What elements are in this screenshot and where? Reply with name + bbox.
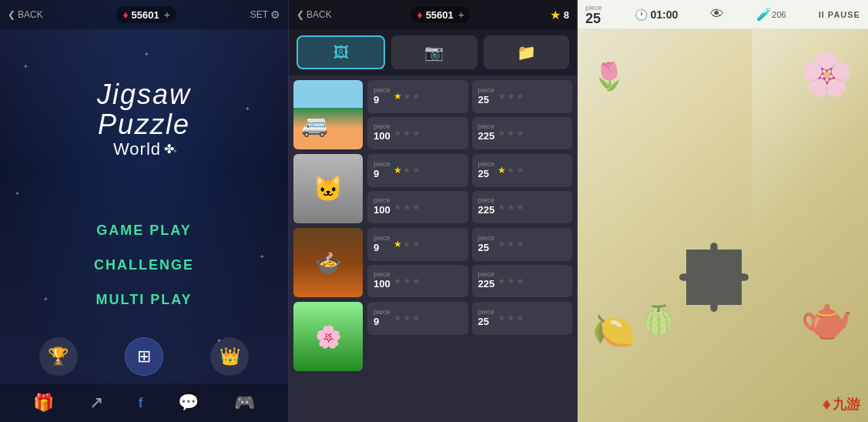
puzzle-piece-svg-container (679, 243, 741, 304)
flower-25-piece-button[interactable]: piece 25 ★ ★ ★ (472, 302, 573, 335)
tab-folder-button[interactable]: 📁 (484, 35, 569, 69)
food-25-piece-button[interactable]: piece 25 ★ ★ ★ (472, 228, 573, 261)
active-puzzle-panel: piece 25 🕐 01:00 👁 🧪 206 II PAUSE 🌸 🌷 🫖 … (578, 0, 868, 422)
view-button[interactable]: 👁 (710, 6, 724, 22)
star3: ★ (412, 202, 421, 213)
logo-area: Jigsaw Puzzle World ✤ (0, 29, 288, 209)
cat-puzzle-row: 🐱 piece 9 ★ ★ ★ piece 25 (293, 154, 572, 223)
gems-count: 55601 (132, 9, 159, 21)
folder-icon: 📁 (517, 43, 536, 62)
star3: ★ (412, 165, 421, 176)
cat-thumbnail[interactable]: 🐱 (293, 154, 363, 223)
star1: ★ (394, 276, 402, 286)
timer-text: 01:00 (651, 8, 679, 21)
food-thumbnail[interactable]: 🍲 (293, 228, 363, 297)
gamepad-icon: 🎮 (234, 393, 255, 412)
star1: ★ (498, 202, 506, 213)
food-100-piece-button[interactable]: piece 100 ★ ★ ★ (367, 265, 468, 298)
cat-225-piece-button[interactable]: piece 225 ★ ★ ★ (472, 191, 573, 224)
share-button[interactable]: ↗ (89, 393, 103, 413)
beach-9-piece-button[interactable]: piece 9 ★ ★ ★ (367, 80, 468, 113)
beach-puzzle-row: piece 9 ★ ★ ★ piece 25 ★ (293, 80, 572, 149)
star2: ★ (403, 91, 411, 102)
star2: ★ (507, 128, 515, 139)
star-icon: ★ (550, 8, 561, 22)
eye-icon: 👁 (710, 6, 724, 22)
clock-icon: 🕐 (635, 8, 648, 21)
star2: ★ (507, 91, 515, 102)
cat-25-piece-button[interactable]: piece 25 ★ ★ ★ (472, 154, 573, 187)
set-label: SET (250, 9, 268, 20)
star2: ★ (403, 165, 411, 176)
back-label: BACK (18, 9, 43, 20)
watermark: ♦ 九游 (823, 394, 860, 414)
star1: ★ (498, 276, 506, 286)
back-button[interactable]: ❮ BACK (8, 9, 43, 20)
star3: ★ (516, 128, 524, 139)
cat-100-piece-button[interactable]: piece 100 ★ ★ ★ (367, 191, 468, 224)
panel2-header: ❮ BACK ♦ 55601 + ★ 8 (289, 0, 577, 29)
chevron-left-icon: ❮ (297, 9, 304, 20)
game-play-button[interactable]: GAME PLAY (65, 216, 222, 245)
tab-daily-button[interactable]: 📷 (391, 35, 477, 69)
star2: ★ (403, 276, 411, 286)
challenge-button[interactable]: CHALLENGE (63, 251, 225, 280)
gems-count: 55601 (426, 9, 454, 21)
star2: ★ (507, 202, 515, 213)
food-225-piece-button[interactable]: piece 225 ★ ★ ★ (472, 265, 573, 298)
beach-25-piece-button[interactable]: piece 25 ★ ★ ★ (472, 80, 573, 113)
star2: ★ (507, 276, 515, 286)
piece-count: 25 (585, 12, 601, 25)
star3: ★ (412, 313, 421, 323)
add-gems-button[interactable]: + (164, 8, 170, 21)
grid-button[interactable]: ⊞ (125, 337, 163, 376)
flower-thumbnail[interactable]: 🌸 (293, 302, 363, 371)
puzzle-play-area[interactable]: 🌸 🌷 🫖 🍋 🍈 ♦ 九游 (578, 29, 868, 422)
gift-button[interactable]: 🎁 (33, 393, 54, 413)
beach-thumbnail[interactable] (293, 80, 363, 149)
beach-100-piece-button[interactable]: piece 100 ★ ★ ★ (367, 117, 468, 150)
star1: ★ (394, 165, 402, 176)
settings-button[interactable]: SET ⚙ (250, 8, 280, 21)
tab-gallery-button[interactable]: 🖼 (297, 35, 385, 69)
lives-count: 206 (772, 10, 786, 19)
chat-button[interactable]: 💬 (178, 393, 199, 413)
multi-play-button[interactable]: MULTI PLAY (65, 286, 223, 314)
flower-9-piece-button[interactable]: piece 9 ★ ★ ★ (367, 302, 468, 335)
flower-puzzle-row: 🌸 piece 9 ★ ★ ★ piece 25 (293, 302, 572, 371)
gamepad-button[interactable]: 🎮 (234, 393, 255, 413)
watermark-text: 九游 (833, 395, 860, 414)
food-9-piece-button[interactable]: piece 9 ★ ★ ★ (367, 228, 468, 261)
panel1-header: ❮ BACK ♦ 55601 + SET ⚙ (0, 0, 288, 29)
lives-display: 🧪 206 (756, 7, 786, 22)
gem-icon: ♦ (417, 8, 422, 21)
watermark-icon: ♦ (823, 394, 831, 414)
star2: ★ (507, 239, 515, 250)
star1: ★ (498, 91, 506, 102)
star1: ★ (394, 313, 402, 323)
pause-button[interactable]: II PAUSE (819, 10, 860, 19)
add-gems-button[interactable]: + (458, 8, 464, 21)
star3: ★ (516, 276, 524, 286)
main-menu-panel: ✦ ✦ ✦ ✦ ✦ ✦ ✦ ✦ ❮ BACK ♦ 55601 + SET ⚙ J… (0, 0, 289, 422)
lemon-decoration: 🍋 (592, 310, 635, 351)
star2: ★ (403, 239, 411, 250)
star1: ★ (498, 165, 506, 176)
pink-flower-decoration: 🌷 (592, 61, 626, 92)
star1: ★ (498, 128, 506, 139)
cat-9-piece-button[interactable]: piece 9 ★ ★ ★ (367, 154, 468, 187)
star3: ★ (516, 239, 524, 250)
beach-225-piece-button[interactable]: piece 225 ★ ★ ★ (472, 117, 573, 150)
panel2-back-button[interactable]: ❮ BACK (297, 9, 332, 20)
facebook-button[interactable]: f (138, 395, 142, 411)
logo-world-text: World (113, 140, 161, 159)
logo-line1: Jigsaw (97, 79, 191, 110)
flower-puzzle-options: piece 9 ★ ★ ★ piece 25 ★ (367, 302, 572, 371)
star3: ★ (516, 202, 524, 213)
crown-icon: 👑 (220, 347, 240, 367)
gems-display: ♦ 55601 + (116, 6, 176, 23)
puzzle-selection-panel: ❮ BACK ♦ 55601 + ★ 8 🖼 📷 📁 (289, 0, 578, 422)
star2: ★ (403, 313, 411, 323)
crown-button[interactable]: 👑 (210, 337, 249, 376)
achievements-button[interactable]: 🏆 (39, 337, 78, 376)
